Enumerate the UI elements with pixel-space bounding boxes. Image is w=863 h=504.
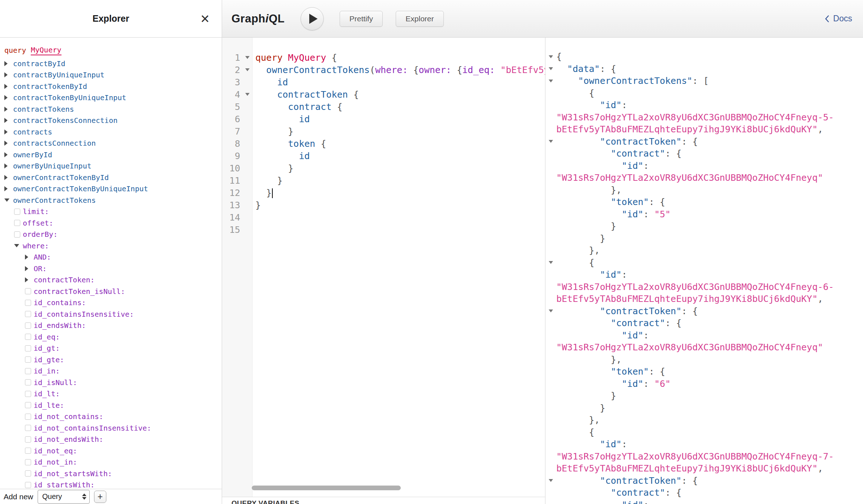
explorer-field-row[interactable]: contractTokenByUniqueInput (4, 92, 222, 104)
code-line: 11 } (222, 174, 545, 187)
explorer-toggle-button[interactable]: Explorer (396, 11, 443, 27)
fold-arrow-icon[interactable] (549, 479, 553, 482)
explorer-arg-row[interactable]: id_isNull: (4, 377, 222, 388)
arrow-right-icon[interactable] (4, 72, 8, 77)
checkbox[interactable] (14, 220, 20, 226)
explorer-field-row[interactable]: ownerContractTokenByUniqueInput (4, 183, 222, 195)
checkbox[interactable] (25, 448, 31, 454)
checkbox[interactable] (14, 209, 20, 215)
checkbox[interactable] (25, 459, 31, 465)
explorer-arg-row[interactable]: id_containsInsensitive: (4, 308, 222, 320)
arrow-right-icon[interactable] (25, 277, 28, 282)
fold-arrow-icon[interactable] (245, 68, 250, 71)
fold-arrow-icon[interactable] (549, 309, 553, 312)
explorer-field-row[interactable]: contractByUniqueInput (4, 69, 222, 81)
horizontal-scrollbar[interactable] (252, 486, 401, 490)
checkbox[interactable] (25, 288, 31, 294)
arrow-right-icon[interactable] (4, 129, 8, 134)
add-new-type-select[interactable]: Query (38, 490, 90, 504)
checkbox[interactable] (25, 323, 31, 329)
explorer-tree[interactable]: query MyQuery contractByIdcontractByUniq… (0, 38, 222, 489)
query-editor[interactable]: 1query MyQuery {2 ownerContractTokens(wh… (222, 38, 545, 497)
checkbox[interactable] (25, 436, 31, 443)
result-line: "contractToken": { (545, 305, 863, 317)
arrow-right-icon[interactable] (4, 175, 8, 180)
fold-arrow-icon[interactable] (549, 140, 553, 143)
docs-toggle-button[interactable]: Docs (824, 14, 852, 24)
explorer-field-row[interactable]: contractTokensConnection (4, 115, 222, 127)
checkbox[interactable] (25, 368, 31, 374)
arrow-right-icon[interactable] (4, 141, 8, 146)
explorer-arg-row[interactable]: id_contains: (4, 297, 222, 309)
explorer-arg-row[interactable]: where: (4, 240, 222, 252)
query-variables-header[interactable]: QUERY VARIABLES (222, 497, 545, 504)
explorer-arg-row[interactable]: id_not_endsWith: (4, 434, 222, 445)
arrow-right-icon[interactable] (4, 95, 8, 100)
checkbox[interactable] (25, 379, 31, 385)
checkbox[interactable] (25, 345, 31, 351)
arrow-right-icon[interactable] (4, 186, 8, 191)
arrow-right-icon[interactable] (25, 266, 28, 271)
explorer-arg-row[interactable]: id_eq: (4, 331, 222, 343)
close-icon[interactable]: × (200, 11, 209, 26)
explorer-arg-row[interactable]: id_lte: (4, 400, 222, 411)
checkbox[interactable] (25, 482, 31, 488)
arrow-right-icon[interactable] (4, 118, 8, 123)
explorer-field-row[interactable]: contractById (4, 58, 222, 69)
arrow-right-icon[interactable] (25, 255, 28, 260)
checkbox[interactable] (25, 470, 31, 477)
explorer-field-row[interactable]: contracts (4, 126, 222, 138)
explorer-arg-row[interactable]: id_not_containsInsensitive: (4, 422, 222, 434)
explorer-arg-row[interactable]: contractToken: (4, 274, 222, 286)
explorer-arg-row[interactable]: id_not_startsWith: (4, 468, 222, 479)
explorer-arg-row[interactable]: contractToken_isNull: (4, 286, 222, 297)
add-operation-button[interactable]: + (94, 491, 106, 503)
fold-arrow-icon[interactable] (245, 93, 250, 96)
explorer-arg-row[interactable]: id_in: (4, 366, 222, 377)
explorer-arg-row[interactable]: id_not_in: (4, 457, 222, 468)
prettify-button[interactable]: Prettify (340, 11, 383, 27)
explorer-field-row[interactable]: ownerByUniqueInput (4, 161, 222, 172)
checkbox[interactable] (25, 334, 31, 340)
checkbox[interactable] (25, 425, 31, 431)
explorer-field-row[interactable]: contractTokens (4, 103, 222, 115)
explorer-arg-row[interactable]: id_gt: (4, 343, 222, 354)
arrow-right-icon[interactable] (4, 84, 8, 89)
explorer-arg-row[interactable]: id_not_eq: (4, 445, 222, 457)
explorer-arg-row[interactable]: id_lt: (4, 388, 222, 400)
explorer-arg-row[interactable]: id_gte: (4, 354, 222, 366)
fold-arrow-icon[interactable] (549, 80, 553, 82)
arrow-down-icon[interactable] (4, 198, 9, 202)
explorer-field-row[interactable]: ownerContractTokens (4, 195, 222, 206)
execute-query-button[interactable] (301, 7, 324, 30)
explorer-arg-row[interactable]: id_endsWith: (4, 320, 222, 332)
checkbox[interactable] (25, 402, 31, 408)
arrow-right-icon[interactable] (4, 61, 8, 66)
explorer-arg-row[interactable]: id_not_contains: (4, 411, 222, 423)
checkbox[interactable] (25, 391, 31, 397)
fold-arrow-icon[interactable] (245, 56, 250, 59)
operation-name-input[interactable]: MyQuery (31, 46, 61, 55)
checkbox[interactable] (25, 311, 31, 317)
explorer-arg-row[interactable]: offset: (4, 217, 222, 229)
arrow-down-icon[interactable] (14, 244, 19, 247)
arrow-right-icon[interactable] (4, 152, 8, 157)
checkbox[interactable] (25, 414, 31, 420)
explorer-field-row[interactable]: contractTokenById (4, 81, 222, 92)
explorer-field-row[interactable]: ownerContractTokenById (4, 172, 222, 183)
arrow-right-icon[interactable] (4, 107, 8, 112)
checkbox[interactable] (14, 231, 20, 238)
fold-arrow-icon[interactable] (549, 55, 553, 58)
fold-arrow-icon[interactable] (549, 67, 553, 70)
explorer-arg-row[interactable]: OR: (4, 263, 222, 274)
arrow-right-icon[interactable] (4, 163, 8, 168)
fold-arrow-icon[interactable] (549, 261, 553, 264)
explorer-field-row[interactable]: contractsConnection (4, 138, 222, 149)
explorer-field-row[interactable]: ownerById (4, 149, 222, 161)
checkbox[interactable] (25, 356, 31, 363)
checkbox[interactable] (25, 300, 31, 306)
explorer-arg-row[interactable]: limit: (4, 206, 222, 218)
explorer-arg-row[interactable]: orderBy: (4, 229, 222, 240)
explorer-arg-row[interactable]: id_startsWith: (4, 479, 222, 489)
explorer-arg-row[interactable]: AND: (4, 252, 222, 263)
